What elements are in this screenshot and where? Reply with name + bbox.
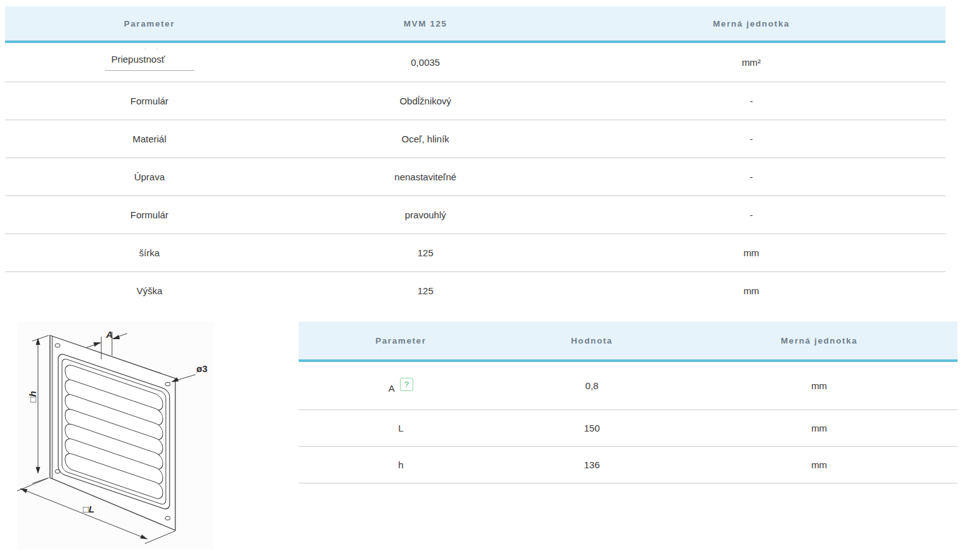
param-unit: mm	[557, 233, 945, 271]
table-row: Formulár Obdĺžnikový -	[5, 82, 945, 120]
param-value: 125	[294, 233, 557, 271]
product-spec-page: Parameter MVM 125 Merná jednotka · · Pri…	[0, 0, 967, 560]
dim-label-hole-diameter: ø3	[196, 363, 208, 374]
param-value: Oceľ, hliník	[294, 120, 557, 158]
param-label: Priepustnosť	[111, 54, 165, 65]
clipped-text-artifact: · ·	[144, 46, 161, 53]
help-icon[interactable]: ?	[400, 378, 413, 391]
grille-technical-drawing: A ø3 □h □L	[17, 321, 213, 549]
param-unit: -	[557, 120, 945, 158]
param-label: Výška	[5, 271, 294, 309]
param-unit: mm	[681, 361, 958, 409]
table-row: Úprava nenastaviteľné -	[5, 158, 945, 196]
param-value: 125	[294, 271, 557, 309]
table-row: Výška 125 mm	[5, 271, 945, 309]
table2-header-unit: Merná jednotka	[681, 321, 958, 361]
table2-header-value: Hodnota	[503, 321, 681, 361]
table-row: šírka 125 mm	[5, 233, 945, 271]
param-unit: mm	[557, 271, 945, 309]
param-label: L	[299, 409, 503, 446]
table-row: · · Priepustnosť 0,0035 mm²	[5, 42, 945, 82]
param-label: Formulár	[5, 82, 294, 120]
param-label: Materiál	[5, 120, 294, 158]
param-value: nenastaviteľné	[294, 158, 557, 196]
param-unit: -	[557, 158, 945, 196]
tooltip-term-priepustnost[interactable]: · · Priepustnosť	[105, 54, 194, 71]
table-row: Formulár pravouhlý -	[5, 196, 945, 233]
table-row: Materiál Oceľ, hliník -	[5, 120, 945, 158]
param-label: Úprava	[5, 158, 294, 196]
product-parameters-table: Parameter MVM 125 Merná jednotka · · Pri…	[5, 6, 945, 309]
plate-thickness-edge	[50, 335, 53, 478]
dimensions-table: Parameter Hodnota Merná jednotka A? 0,8 …	[299, 321, 958, 483]
param-unit: mm	[681, 409, 958, 446]
dim-label-length: □L	[83, 504, 94, 514]
param-label: Formulár	[5, 196, 294, 233]
param-value: 0,8	[503, 361, 681, 409]
param-unit: mm	[681, 446, 958, 483]
dim-label-a: A	[106, 329, 113, 340]
param-unit: mm²	[557, 42, 945, 82]
table1-header-row: Parameter MVM 125 Merná jednotka	[5, 6, 945, 42]
param-value: 136	[503, 446, 681, 483]
table1-header-model: MVM 125	[294, 6, 557, 42]
param-value: pravouhlý	[294, 196, 557, 233]
table-row: A? 0,8 mm	[299, 361, 958, 409]
param-label: A	[389, 383, 395, 394]
param-value: 150	[503, 409, 681, 446]
table-row: h 136 mm	[299, 446, 958, 483]
table2-header-row: Parameter Hodnota Merná jednotka	[299, 321, 958, 361]
param-unit: -	[557, 82, 945, 120]
param-label: h	[299, 446, 503, 483]
table1-header-unit: Merná jednotka	[557, 6, 945, 42]
param-value: 0,0035	[294, 42, 557, 82]
table1-header-parameter: Parameter	[5, 6, 294, 42]
table2-header-parameter: Parameter	[299, 321, 503, 361]
param-unit: -	[557, 196, 945, 233]
param-label: šírka	[5, 233, 294, 271]
table-row: L 150 mm	[299, 409, 958, 446]
dim-label-height: □h	[27, 391, 38, 402]
param-value: Obdĺžnikový	[294, 82, 557, 120]
